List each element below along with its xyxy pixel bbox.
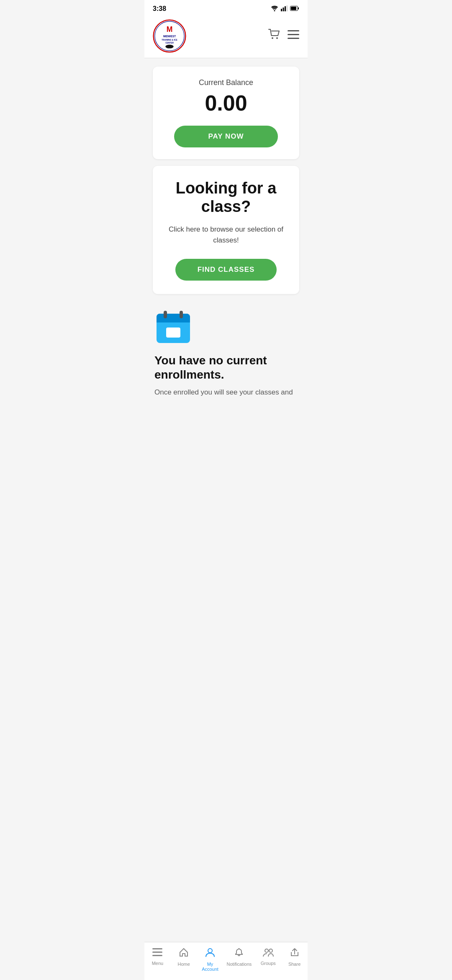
nav-item-my-account[interactable]: My Account bbox=[197, 946, 223, 973]
nav-item-share[interactable]: Share bbox=[281, 946, 308, 973]
svg-rect-2 bbox=[283, 8, 284, 11]
status-time: 3:38 bbox=[153, 5, 166, 13]
svg-point-32 bbox=[269, 949, 272, 952]
share-nav-label: Share bbox=[288, 962, 300, 967]
nav-item-groups[interactable]: Groups bbox=[255, 946, 281, 973]
nav-item-menu[interactable]: Menu bbox=[144, 946, 171, 973]
svg-point-30 bbox=[208, 949, 212, 953]
svg-point-0 bbox=[274, 10, 275, 11]
svg-rect-27 bbox=[152, 948, 162, 949]
pay-now-button[interactable]: PAY NOW bbox=[174, 126, 278, 147]
no-enrollments-text: Once enrolled you will see your classes … bbox=[154, 387, 298, 398]
wifi-icon bbox=[271, 5, 278, 13]
balance-amount: 0.00 bbox=[161, 90, 291, 116]
svg-rect-24 bbox=[166, 328, 180, 338]
balance-label: Current Balance bbox=[161, 78, 291, 87]
groups-nav-icon bbox=[263, 947, 274, 959]
classes-heading: Looking for a class? bbox=[163, 179, 289, 216]
status-bar: 3:38 bbox=[144, 0, 308, 16]
calendar-icon-wrapper bbox=[154, 307, 298, 347]
battery-icon bbox=[290, 5, 299, 12]
calendar-icon bbox=[154, 307, 192, 345]
svg-point-15 bbox=[165, 45, 173, 48]
classes-card: Looking for a class? Click here to brows… bbox=[153, 166, 299, 294]
header: M MIDWEST TRAINING & ICE CENTER bbox=[144, 16, 308, 58]
svg-rect-1 bbox=[281, 9, 282, 11]
bottom-nav: Menu Home My Account Notifications bbox=[144, 942, 308, 980]
main-content: Current Balance 0.00 PAY NOW Looking for… bbox=[144, 58, 308, 439]
status-icons bbox=[271, 5, 299, 13]
svg-rect-25 bbox=[164, 311, 167, 318]
logo[interactable]: M MIDWEST TRAINING & ICE CENTER bbox=[153, 19, 186, 53]
signal-icon bbox=[281, 5, 288, 13]
svg-text:MIDWEST: MIDWEST bbox=[163, 35, 176, 38]
svg-text:TRAINING & ICE: TRAINING & ICE bbox=[162, 39, 177, 41]
no-enrollments-heading: You have no current enrollments. bbox=[154, 353, 298, 382]
nav-item-home[interactable]: Home bbox=[171, 946, 197, 973]
svg-rect-26 bbox=[180, 311, 183, 318]
svg-point-16 bbox=[272, 37, 273, 39]
share-nav-icon bbox=[290, 947, 300, 960]
svg-rect-6 bbox=[291, 7, 296, 10]
menu-nav-icon bbox=[152, 947, 162, 959]
svg-text:CENTER: CENTER bbox=[165, 42, 174, 44]
my-account-nav-icon bbox=[205, 947, 215, 960]
find-classes-button[interactable]: FIND CLASSES bbox=[175, 259, 277, 281]
menu-button[interactable] bbox=[288, 30, 299, 42]
svg-rect-7 bbox=[298, 8, 299, 10]
home-nav-label: Home bbox=[178, 962, 190, 967]
groups-nav-label: Groups bbox=[261, 961, 276, 966]
svg-rect-20 bbox=[288, 38, 299, 39]
svg-point-31 bbox=[265, 949, 268, 952]
svg-point-17 bbox=[276, 37, 278, 39]
svg-rect-19 bbox=[288, 34, 299, 35]
classes-subtitle: Click here to browse our selection of cl… bbox=[163, 224, 289, 245]
svg-rect-23 bbox=[157, 319, 190, 322]
menu-nav-label: Menu bbox=[152, 961, 164, 966]
cart-button[interactable] bbox=[268, 29, 281, 43]
svg-rect-3 bbox=[285, 6, 286, 11]
svg-rect-18 bbox=[288, 30, 299, 31]
nav-item-notifications[interactable]: Notifications bbox=[223, 946, 255, 973]
svg-rect-28 bbox=[152, 952, 162, 953]
balance-card: Current Balance 0.00 PAY NOW bbox=[153, 67, 299, 159]
svg-text:M: M bbox=[167, 25, 173, 34]
svg-rect-4 bbox=[287, 5, 288, 11]
header-icons bbox=[268, 29, 299, 43]
notifications-nav-label: Notifications bbox=[226, 962, 252, 967]
svg-rect-29 bbox=[152, 955, 162, 956]
enrollments-section: You have no current enrollments. Once en… bbox=[153, 301, 299, 397]
my-account-nav-label: My Account bbox=[200, 962, 220, 972]
notifications-nav-icon bbox=[234, 947, 244, 960]
home-nav-icon bbox=[179, 947, 189, 960]
